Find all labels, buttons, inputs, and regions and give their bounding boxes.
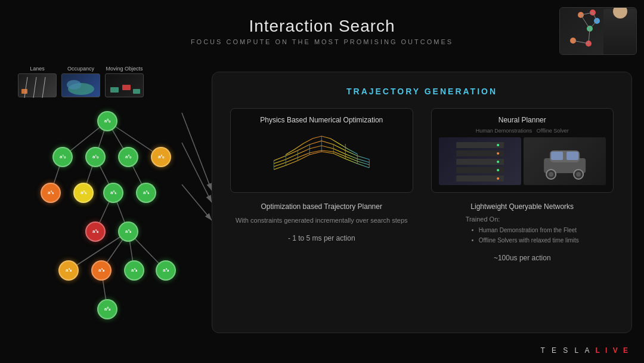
svg-line-9 — [581, 15, 590, 29]
tree-node-n14: a²₃ — [156, 260, 176, 281]
right-info-col: Lightweight Queryable Networks Trained O… — [431, 202, 614, 262]
physics-card-title: Physics Based Numerical Optimization — [238, 116, 405, 124]
main-title: Interaction Search — [0, 17, 644, 36]
tesla-text: T E S L A — [541, 346, 592, 355]
neural-images — [439, 137, 606, 185]
presenter-video — [559, 7, 637, 55]
moving-objects-thumb — [105, 73, 144, 97]
lanes-thumb — [18, 73, 57, 97]
svg-point-72 — [549, 172, 553, 177]
tree-node-n1: a¹₀ — [52, 147, 73, 167]
presenter-background — [560, 8, 636, 54]
tree-node-n15: a⁰₄ — [97, 299, 117, 319]
tree-node-n7: a²₁ — [103, 183, 123, 203]
svg-point-63 — [497, 161, 499, 163]
tree-node-n2: a¹₀ — [85, 147, 106, 167]
occupancy-label: Occupancy — [61, 66, 100, 72]
right-col-heading: Lightweight Queryable Networks — [431, 202, 614, 211]
svg-line-13 — [33, 77, 36, 98]
occupancy-container: Occupancy — [61, 66, 100, 97]
svg-rect-69 — [566, 152, 578, 160]
svg-point-65 — [497, 177, 499, 180]
network-diagram — [560, 8, 602, 55]
tree-node-n10: a³₂ — [118, 222, 138, 242]
tree-node-n0: a⁰₀ — [97, 111, 117, 131]
left-col-description: With constraints generated incrementally… — [230, 216, 413, 226]
bullet-list: Human Demonstration from the Fleet Offli… — [466, 225, 579, 245]
bullet-1: Human Demonstration from the Fleet — [472, 225, 579, 235]
svg-point-17 — [67, 80, 81, 90]
left-panel: Lanes Occupancy Moving Objects — [18, 66, 203, 318]
left-col-timing: - 1 to 5 ms per action — [230, 234, 413, 242]
svg-rect-19 — [122, 85, 131, 90]
moving-objects-label: Moving Objects — [105, 66, 144, 72]
svg-point-73 — [576, 172, 581, 177]
lanes-container: Lanes — [18, 66, 57, 97]
live-text: L I V E — [596, 346, 630, 355]
car-image — [524, 137, 606, 185]
mesh-svg — [238, 128, 405, 176]
info-columns: Optimization based Trajectory Planner Wi… — [230, 202, 614, 262]
svg-line-14 — [42, 77, 45, 98]
svg-point-62 — [497, 152, 499, 155]
search-tree: a⁰₀a¹₀a¹₀a²₀a²₀a²₁a²₁a²₁a³₁a³₂a³₂a³₃a³₃a… — [18, 103, 197, 318]
server-rack-image — [439, 137, 521, 185]
moving-svg — [106, 74, 144, 98]
left-info-col: Optimization based Trajectory Planner Wi… — [230, 202, 413, 262]
subtitle: FOCUS COMPUTE ON THE MOST PROMISING OUTC… — [0, 38, 644, 45]
left-col-heading: Optimization based Trajectory Planner — [230, 202, 413, 211]
neural-card-title: Neural Planner — [439, 116, 606, 124]
car-svg — [524, 137, 606, 185]
svg-rect-15 — [21, 89, 27, 94]
lanes-label: Lanes — [18, 66, 57, 72]
tree-node-n11: a³₃ — [58, 260, 79, 281]
tree-edges — [18, 103, 197, 318]
moving-objects-container: Moving Objects — [105, 66, 144, 97]
tree-node-n13: a³₃ — [124, 260, 144, 281]
tree-node-n5: a²₁ — [41, 183, 61, 203]
physics-card: Physics Based Numerical Optimization — [230, 108, 413, 193]
trajectory-title: TRAJECTORY GENERATION — [230, 87, 614, 96]
svg-line-12 — [24, 77, 27, 98]
neural-subtitles: Human Demonstrations Offline Solver — [439, 128, 606, 134]
occupancy-svg — [62, 74, 101, 98]
server-svg — [439, 137, 521, 185]
neural-planner-card: Neural Planner Human Demonstrations Offl… — [431, 108, 614, 193]
mesh-visualization — [238, 128, 405, 176]
header: Interaction Search FOCUS COMPUTE ON THE … — [0, 0, 644, 45]
svg-line-8 — [590, 21, 597, 29]
bullet-2: Offline Solvers with relaxed time limits — [472, 235, 579, 245]
occupancy-thumb — [61, 73, 100, 97]
tree-node-n12: a³₃ — [91, 260, 112, 281]
tree-node-n6: a²₁ — [73, 183, 94, 203]
tree-node-n3: a²₀ — [118, 147, 138, 167]
svg-rect-20 — [133, 89, 140, 94]
trained-on-label: Trained On: — [466, 216, 579, 223]
svg-rect-18 — [110, 87, 119, 93]
images-row: Lanes Occupancy Moving Objects — [18, 66, 203, 97]
svg-rect-68 — [551, 152, 563, 160]
tree-node-n9: a³₂ — [85, 222, 106, 242]
tree-node-n8: a³₁ — [136, 183, 156, 203]
tesla-live-logo: T E S L A L I V E — [541, 346, 630, 355]
trajectory-panel: TRAJECTORY GENERATION Physics Based Nume… — [212, 72, 632, 333]
svg-point-61 — [497, 144, 499, 146]
svg-point-64 — [497, 169, 499, 171]
right-col-timing: ~100us per action — [431, 254, 614, 262]
lanes-svg — [18, 74, 57, 98]
cards-row: Physics Based Numerical Optimization — [230, 108, 614, 193]
tree-node-n4: a²₀ — [151, 147, 171, 167]
